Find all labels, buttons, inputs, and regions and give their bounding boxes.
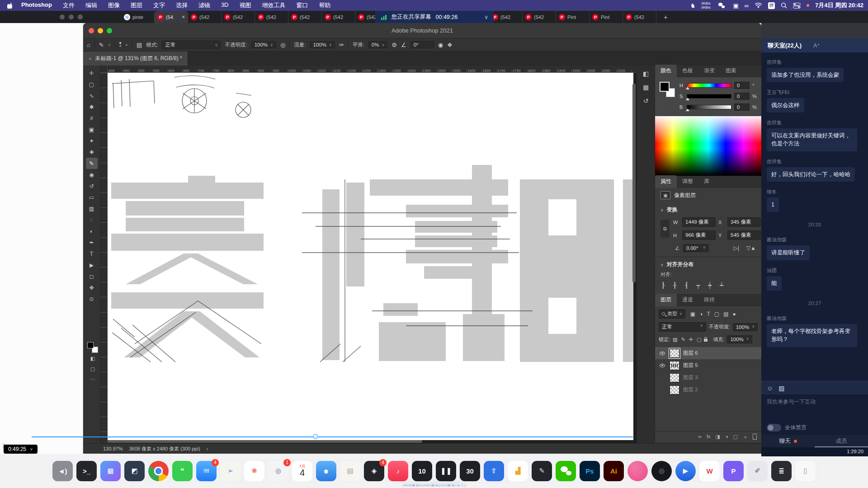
collapsed-panel-icon[interactable]: ◧	[643, 70, 649, 77]
font-size-button[interactable]: A⁺	[813, 42, 820, 49]
height-field[interactable]: 966 像素	[682, 230, 716, 240]
vertical-scrollbar[interactable]	[632, 84, 636, 282]
dock-app-icon[interactable]: ◄)	[52, 461, 73, 481]
annotation-handle[interactable]	[313, 434, 318, 439]
dock-app-icon[interactable]: ◎	[651, 461, 672, 481]
layer-visibility-icon[interactable]	[660, 352, 665, 355]
panel-tab[interactable]: 颜色	[655, 65, 677, 77]
tool-button[interactable]: ▶	[86, 259, 98, 271]
dock-app-icon[interactable]: ◩	[124, 461, 145, 481]
dock-app-icon[interactable]	[627, 461, 648, 481]
layer-filter-icon[interactable]: ▣	[690, 311, 695, 317]
align-icon[interactable]: ╂	[673, 282, 677, 289]
tool-button[interactable]: ◐	[86, 225, 98, 237]
browser-tab[interactable]: P Pint	[590, 11, 623, 23]
dock-app-icon[interactable]: ♪	[388, 461, 408, 481]
browser-window-controls[interactable]	[60, 14, 83, 19]
panel-tab[interactable]: 通道	[677, 294, 698, 306]
dock-app-icon[interactable]: W	[699, 461, 720, 481]
dock-app-icon[interactable]: ⇧	[484, 461, 504, 481]
dock-app-icon[interactable]: ◎ 1	[268, 461, 288, 481]
color-swatches[interactable]	[87, 342, 98, 353]
pressure-opacity-icon[interactable]: ◎	[280, 42, 285, 48]
dock-app-icon[interactable]: >_	[76, 461, 97, 481]
layer-opacity-select[interactable]: 100%∨	[733, 323, 758, 331]
brightness-value[interactable]: 0	[734, 103, 750, 111]
dock-app-icon[interactable]: ✉ 4	[196, 461, 217, 481]
panel-tab[interactable]: 渐变	[698, 65, 720, 77]
tool-button[interactable]: ▢	[86, 79, 98, 90]
symmetry-icon[interactable]: ❖	[447, 42, 453, 48]
saturation-slider[interactable]	[687, 94, 731, 99]
dock-app-icon[interactable]: Ps	[580, 461, 600, 481]
panel-tab[interactable]: 图层	[655, 294, 677, 306]
menu-item[interactable]: 增效工具	[262, 1, 286, 9]
screen-sharing-indicator[interactable]: 您正在共享屏幕 00:49:26 ∨	[375, 11, 494, 23]
tool-button[interactable]: ⊙	[86, 293, 98, 305]
tool-button[interactable]: ◻	[86, 271, 98, 282]
layer-thumbnail[interactable]	[670, 361, 679, 370]
brush-preset-icon[interactable]: ✎	[99, 42, 104, 48]
window-controls[interactable]	[89, 28, 112, 33]
wifi-icon[interactable]	[755, 3, 762, 9]
tool-button[interactable]: ✥	[86, 282, 98, 293]
menu-item[interactable]: 滤镜	[198, 1, 210, 9]
tool-button[interactable]: ▣	[86, 124, 98, 135]
saturation-value[interactable]: 0	[734, 93, 750, 100]
screen-mode-icon[interactable]: ▢	[90, 366, 95, 372]
tool-button[interactable]: ✱	[86, 101, 98, 113]
close-document-icon[interactable]: ×	[89, 56, 91, 61]
menu-clock[interactable]: 7月4日 周四 20:42	[815, 1, 863, 9]
layer-filter-select[interactable]: 类型∨	[659, 309, 685, 319]
hue-slider[interactable]	[687, 83, 731, 88]
collapsed-panel-icon[interactable]: ▦	[643, 84, 649, 91]
creative-cloud-icon[interactable]: ∞	[745, 2, 749, 9]
align-icon[interactable]: ┯	[696, 282, 700, 289]
mute-all-toggle[interactable]	[767, 424, 781, 432]
tool-button[interactable]: T	[86, 248, 98, 259]
tab-members[interactable]: 成员	[815, 437, 868, 445]
screenshot-icon[interactable]: ▣	[733, 2, 738, 9]
tool-button[interactable]: ✚	[86, 146, 98, 158]
panel-tab[interactable]: 库	[698, 175, 715, 188]
annotation-guide-line[interactable]	[32, 436, 633, 437]
flip-horizontal-icon[interactable]: ▷|	[734, 245, 739, 251]
layer-filter-icon[interactable]: ▢	[714, 311, 719, 317]
image-icon[interactable]: ▨	[778, 385, 784, 392]
tool-button[interactable]: ▭	[86, 192, 98, 203]
recording-timer-badge[interactable]: 0:49:25 ∨	[4, 445, 38, 454]
flow-select[interactable]: 100%∨	[310, 41, 335, 48]
ruler-horizontal[interactable]: 4004505005506006507007508008509009501000…	[108, 66, 637, 73]
layer-row[interactable]: 图层 6	[655, 347, 761, 359]
foreground-color-swatch[interactable]	[660, 82, 670, 92]
tool-button[interactable]: ◌	[86, 214, 98, 225]
clash-cat-icon[interactable]: ♞	[690, 2, 696, 9]
browser-tab[interactable]: P (542	[255, 11, 288, 23]
panel-tab[interactable]: 路径	[698, 294, 720, 306]
menu-item[interactable]: 选择	[176, 1, 188, 9]
layers-footer-icon[interactable]: ◑	[725, 434, 728, 441]
lock-icon[interactable]: ✛	[689, 337, 693, 343]
align-icon[interactable]: ┨	[685, 282, 689, 289]
ruler-vertical[interactable]	[100, 73, 108, 443]
menu-item[interactable]: 图层	[131, 1, 142, 9]
dock-app-icon[interactable]: P	[723, 461, 744, 481]
layer-thumbnail[interactable]	[670, 373, 679, 382]
browser-tab[interactable]: P (542	[288, 11, 322, 23]
menu-item[interactable]: 图像	[108, 1, 120, 9]
tool-button[interactable]: ▨	[86, 203, 98, 214]
layer-row[interactable]: 图层 2	[655, 384, 761, 396]
emoji-icon[interactable]: ☺	[767, 385, 773, 392]
chevron-down-icon[interactable]: ∨	[484, 14, 488, 20]
layers-footer-icon[interactable]: ＋	[743, 434, 748, 441]
panel-tab[interactable]: 调整	[677, 175, 698, 188]
link-dimensions-icon[interactable]: ⧉	[660, 220, 670, 238]
color-spectrum-picker[interactable]	[655, 116, 761, 176]
rotation-field[interactable]: 0.00°∨	[683, 244, 709, 252]
browser-tab[interactable]: P (54 ×	[155, 11, 188, 23]
browser-tab[interactable]: G pinte	[121, 11, 155, 23]
opacity-select[interactable]: 100%∨	[251, 41, 276, 48]
menu-item[interactable]: 文字	[153, 1, 165, 9]
browser-tab[interactable]: P (542	[523, 11, 556, 23]
layer-blend-mode-select[interactable]: 正常∨	[659, 322, 706, 332]
